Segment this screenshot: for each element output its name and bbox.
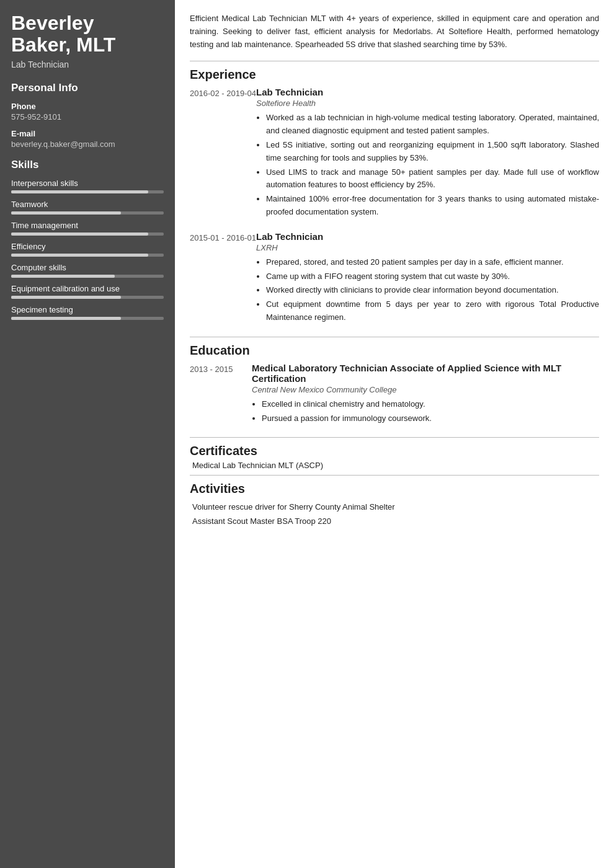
skill-bar-fill (11, 190, 148, 193)
activities-list: Volunteer rescue driver for Sherry Count… (190, 498, 599, 526)
entry-school: Central New Mexico Community College (252, 385, 599, 394)
skill-name: Efficiency (11, 242, 164, 251)
entry-bullets: Prepared, stored, and tested 20 patient … (256, 256, 599, 324)
summary-text: Efficient Medical Lab Technician MLT wit… (190, 12, 599, 51)
main-content: Efficient Medical Lab Technician MLT wit… (175, 0, 614, 868)
skill-item: Teamwork (11, 200, 164, 215)
experience-divider (190, 61, 599, 61)
entry-company: LXRH (256, 243, 599, 252)
activities-divider (190, 475, 599, 476)
skill-name: Computer skills (11, 263, 164, 272)
skill-bar-container (11, 190, 164, 193)
certificates-divider (190, 437, 599, 438)
skill-name: Teamwork (11, 200, 164, 209)
skill-bar-fill (11, 211, 121, 215)
education-list: 2013 - 2015Medical Laboratory Technician… (190, 363, 599, 427)
bullet-item: Worked directly with clinicians to provi… (266, 284, 599, 297)
education-heading: Education (190, 343, 599, 358)
entry-date: 2013 - 2015 (190, 363, 252, 427)
skill-bar-fill (11, 275, 115, 278)
skill-name: Specimen testing (11, 305, 164, 314)
skills-list: Interpersonal skillsTeamworkTime managem… (11, 179, 164, 320)
bullet-item: Used LIMS to track and manage 50+ patien… (266, 166, 599, 192)
entry-date: 2015-01 - 2016-01 (190, 231, 256, 326)
skill-item: Interpersonal skills (11, 179, 164, 193)
bullet-item: Pursued a passion for immunology coursew… (262, 412, 599, 425)
skill-bar-container (11, 254, 164, 257)
skill-bar-container (11, 296, 164, 299)
experience-entry: 2015-01 - 2016-01Lab TechnicianLXRHPrepa… (190, 231, 599, 326)
bullet-item: Cut equipment downtime from 5 days per y… (266, 298, 599, 324)
experience-entry: 2016-02 - 2019-04Lab TechnicianSoltefior… (190, 87, 599, 219)
education-entry: 2013 - 2015Medical Laboratory Technician… (190, 363, 599, 427)
candidate-title: Lab Technician (11, 60, 164, 69)
skill-item: Equipment calibration and use (11, 284, 164, 299)
entry-bullets: Excelled in clinical chemistry and hemat… (252, 398, 599, 425)
skill-name: Time management (11, 221, 164, 230)
entry-company: Soltefiore Health (256, 99, 599, 108)
sidebar: Beverley Baker, MLT Lab Technician Perso… (0, 0, 175, 868)
skill-bar-container (11, 211, 164, 215)
certificates-heading: Certificates (190, 444, 599, 458)
skill-name: Equipment calibration and use (11, 284, 164, 293)
skill-bar-fill (11, 317, 121, 320)
phone-label: Phone (11, 102, 164, 111)
skill-bar-container (11, 275, 164, 278)
personal-info-heading: Personal Info (11, 82, 164, 94)
bullet-item: Maintained 100% error-free documentation… (266, 193, 599, 219)
skill-item: Efficiency (11, 242, 164, 257)
experience-heading: Experience (190, 68, 599, 82)
skill-item: Computer skills (11, 263, 164, 278)
skill-bar-container (11, 317, 164, 320)
bullet-item: Came up with a FIFO reagent storing syst… (266, 270, 599, 283)
entry-bullets: Worked as a lab technician in high-volum… (256, 112, 599, 218)
bullet-item: Worked as a lab technician in high-volum… (266, 112, 599, 138)
skill-item: Time management (11, 221, 164, 236)
entry-content: Medical Laboratory Technician Associate … (252, 363, 599, 427)
skill-bar-fill (11, 254, 148, 257)
entry-job-title: Lab Technician (256, 87, 599, 97)
phone-value: 575-952-9101 (11, 112, 164, 122)
entry-job-title: Lab Technician (256, 231, 599, 242)
activity-item: Volunteer rescue driver for Sherry Count… (190, 502, 599, 512)
entry-degree: Medical Laboratory Technician Associate … (252, 363, 599, 384)
skill-bar-fill (11, 296, 121, 299)
activity-item: Assistant Scout Master BSA Troop 220 (190, 516, 599, 526)
skill-item: Specimen testing (11, 305, 164, 320)
education-divider (190, 337, 599, 337)
entry-content: Lab TechnicianLXRHPrepared, stored, and … (256, 231, 599, 326)
certificates-list: Medical Lab Technician MLT (ASCP) (190, 461, 599, 470)
skill-bar-container (11, 232, 164, 236)
candidate-name: Beverley Baker, MLT (11, 12, 164, 56)
email-value: beverley.q.baker@gmail.com (11, 140, 164, 149)
bullet-item: Prepared, stored, and tested 20 patient … (266, 256, 599, 269)
certificate-item: Medical Lab Technician MLT (ASCP) (190, 461, 599, 470)
activities-heading: Activities (190, 482, 599, 496)
bullet-item: Excelled in clinical chemistry and hemat… (262, 398, 599, 411)
email-label: E-mail (11, 129, 164, 138)
bullet-item: Led 5S initiative, sorting out and reorg… (266, 139, 599, 165)
skill-bar-fill (11, 232, 148, 236)
entry-date: 2016-02 - 2019-04 (190, 87, 256, 219)
experience-list: 2016-02 - 2019-04Lab TechnicianSoltefior… (190, 87, 599, 325)
skills-heading: Skills (11, 159, 164, 171)
entry-content: Lab TechnicianSoltefiore HealthWorked as… (256, 87, 599, 219)
skill-name: Interpersonal skills (11, 179, 164, 188)
